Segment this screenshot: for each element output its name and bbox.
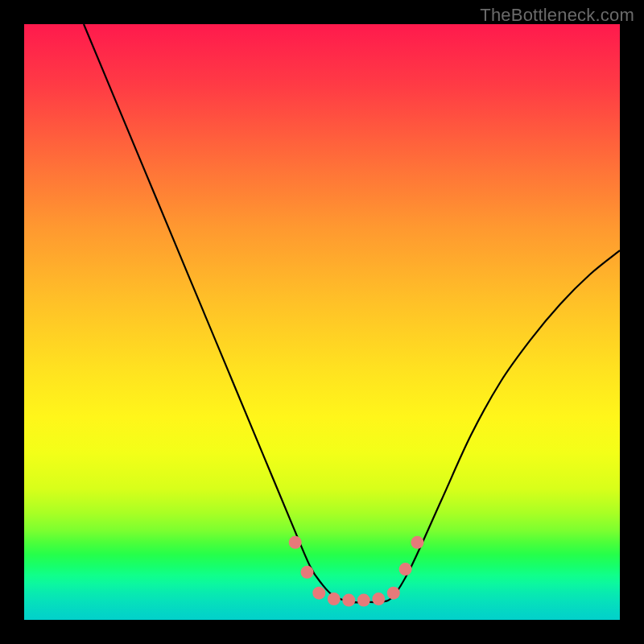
curve-marker (372, 592, 385, 605)
bottleneck-curve (84, 24, 620, 602)
plot-area (24, 24, 620, 620)
marker-group (289, 536, 424, 607)
chart-frame: TheBottleneck.com (0, 0, 644, 644)
curve-marker (328, 592, 341, 605)
watermark-text: TheBottleneck.com (480, 5, 634, 26)
curve-marker (387, 587, 400, 600)
curve-marker (312, 587, 325, 600)
chart-svg (24, 24, 620, 620)
curve-marker (289, 536, 302, 549)
curve-marker (399, 563, 412, 576)
curve-marker (357, 594, 370, 607)
curve-marker (301, 566, 314, 579)
curve-marker (342, 594, 355, 607)
curve-marker (411, 536, 423, 549)
